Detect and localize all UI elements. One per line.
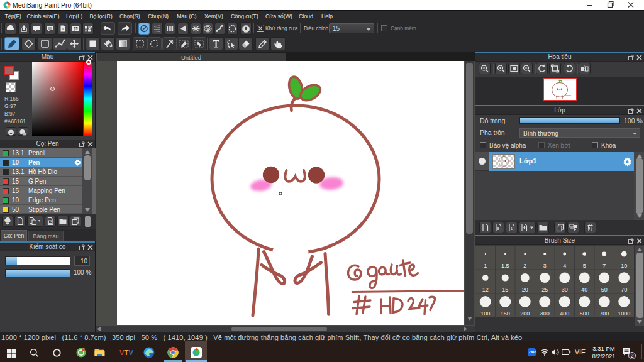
svg-text:12: 12	[482, 287, 489, 293]
svg-text:200: 200	[520, 310, 530, 317]
svg-text:150: 150	[501, 310, 510, 317]
svg-text:3: 3	[543, 263, 547, 269]
svg-text:15: 15	[502, 287, 508, 293]
svg-text:1: 1	[511, 226, 513, 231]
svg-text:1000: 1000	[618, 310, 630, 317]
svg-text:300: 300	[540, 310, 550, 317]
svg-text:500: 500	[580, 310, 589, 317]
svg-text:30: 30	[562, 287, 568, 293]
svg-text:2: 2	[523, 263, 526, 269]
svg-text:400: 400	[560, 310, 569, 317]
svg-text:7: 7	[602, 263, 606, 269]
svg-text:8: 8	[497, 226, 499, 231]
svg-text:1: 1	[484, 263, 487, 269]
svg-text:T: T	[125, 349, 129, 356]
svg-text:20: 20	[522, 287, 528, 293]
svg-text:V: V	[129, 349, 134, 356]
svg-text:100: 100	[480, 310, 490, 317]
svg-text:10: 10	[621, 263, 627, 269]
svg-text:25: 25	[541, 287, 548, 293]
svg-text:4: 4	[563, 263, 566, 269]
svg-text:1.5: 1.5	[501, 263, 509, 269]
svg-text:40: 40	[581, 287, 587, 293]
svg-text:5: 5	[583, 263, 586, 269]
svg-text:70: 70	[621, 287, 627, 293]
svg-text:700: 700	[599, 310, 609, 317]
svg-text:50: 50	[601, 287, 608, 293]
